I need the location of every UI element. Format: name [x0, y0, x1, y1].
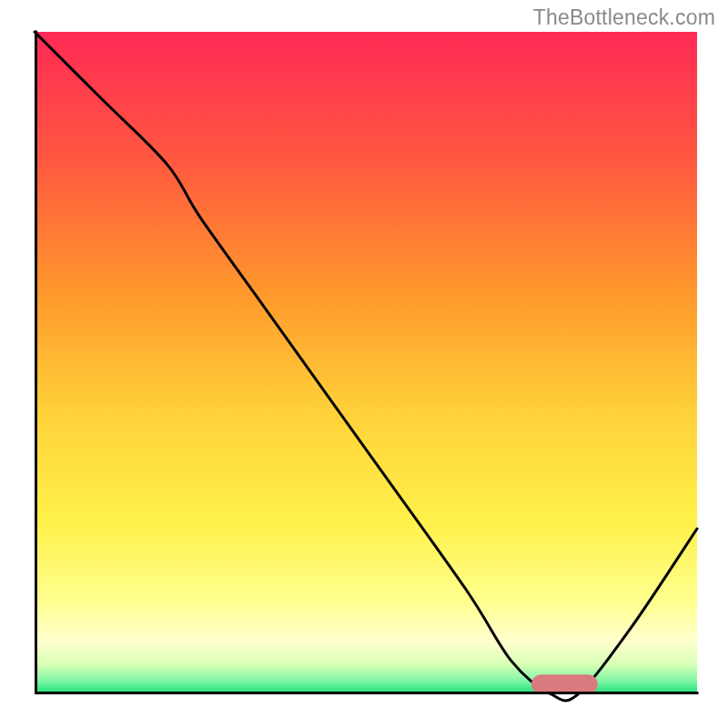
optimum-marker	[531, 674, 598, 694]
chart-container: TheBottleneck.com	[0, 0, 728, 728]
bottleneck-chart	[0, 0, 728, 728]
attribution-label: TheBottleneck.com	[533, 5, 715, 30]
